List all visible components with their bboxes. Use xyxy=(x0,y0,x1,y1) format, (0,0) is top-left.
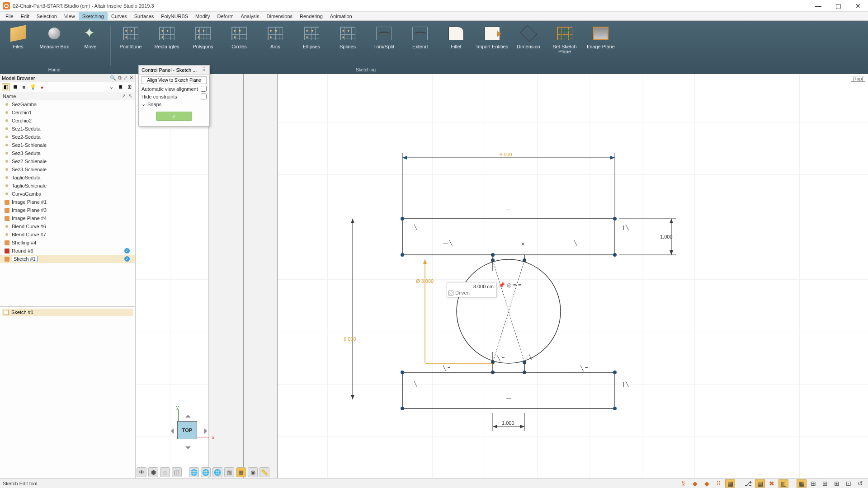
menu-animation[interactable]: Animation xyxy=(326,12,356,20)
tool-image-plane[interactable]: Image Plane xyxy=(583,23,619,54)
filter-layers-button[interactable]: ≣ xyxy=(11,83,19,91)
wireframe-icon[interactable]: ◫ xyxy=(172,467,182,477)
sphere-icon[interactable]: ◉ xyxy=(248,467,258,477)
dim-diameter[interactable]: Ø 3.000 xyxy=(416,259,493,363)
search-icon[interactable]: 🔍 xyxy=(110,75,116,81)
tool-rectangles[interactable]: Rectangles xyxy=(149,23,185,54)
sb-icon-4[interactable]: ⠿ xyxy=(713,479,723,488)
menu-sketching[interactable]: Sketching xyxy=(79,12,108,20)
dim-bottom[interactable]: 1.000 xyxy=(493,413,524,431)
maximize-button[interactable]: ▢ xyxy=(828,0,848,12)
menu-analysis[interactable]: Analysis xyxy=(237,12,263,20)
tool-arcs[interactable]: Arcs xyxy=(257,23,293,54)
navcube-right[interactable] xyxy=(204,428,210,434)
tool-set-sketch-plane[interactable]: Set Sketch Plane xyxy=(547,23,583,54)
globe3-icon[interactable]: 🌐 xyxy=(212,467,222,477)
menu-edit[interactable]: Edit xyxy=(17,12,33,20)
menu-selection[interactable]: Selection xyxy=(33,12,61,20)
pin-icon[interactable]: 📌 xyxy=(498,282,505,288)
sb-icon-15[interactable]: ↺ xyxy=(855,479,865,488)
tool-polygons[interactable]: Polygons xyxy=(185,23,221,54)
cube-icon[interactable]: ▧ xyxy=(224,467,234,477)
tree-item[interactable]: CurvaGamba xyxy=(0,190,135,198)
menu-deform[interactable]: Deform xyxy=(214,12,237,20)
tree-item[interactable]: Cerchio1 xyxy=(0,108,135,117)
home-icon[interactable]: ⌂ xyxy=(160,467,170,477)
expand-icon[interactable]: ⤢ xyxy=(123,75,127,81)
rect-bottom[interactable]: | ╲ | ╲ ╲ = — — ╲ = xyxy=(401,365,629,410)
tool-dimension[interactable]: Dimension xyxy=(510,23,547,54)
control-panel-title[interactable]: Control Panel - Sketch ... ⠿ xyxy=(139,66,209,75)
tool-point-line[interactable]: Point/Line xyxy=(113,23,149,54)
shaded-icon[interactable]: ⬢ xyxy=(148,467,158,477)
filter-material-button[interactable]: ● xyxy=(38,83,46,91)
list-view-button[interactable]: ≣ xyxy=(116,83,124,91)
tool-trim-split[interactable]: Trim/Split xyxy=(366,23,402,54)
menu-view[interactable]: View xyxy=(61,12,79,20)
tree-item[interactable]: Shelling #4 xyxy=(0,239,135,247)
sb-icon-7[interactable]: ▤ xyxy=(755,479,765,488)
navigation-cube[interactable]: y x TOP xyxy=(158,402,212,456)
close-panel-icon[interactable]: ✕ xyxy=(129,75,133,81)
navcube-left[interactable] xyxy=(168,428,174,434)
connectors[interactable]: ╲ = | ╲ xyxy=(491,253,533,374)
model-tree[interactable]: SezGambaCerchio1Cerchio2Sez1-SedutaSez2-… xyxy=(0,100,135,306)
tree-item[interactable]: Sketch #1✓ xyxy=(0,255,135,263)
auto-align-checkbox[interactable] xyxy=(201,86,207,92)
tree-item[interactable]: Image Plane #4 xyxy=(0,214,135,222)
tool-extend[interactable]: Extend xyxy=(402,23,438,54)
menu-modify[interactable]: Modify xyxy=(192,12,213,20)
menu-surfaces[interactable]: Surfaces xyxy=(131,12,157,20)
tree-item[interactable]: SezGamba xyxy=(0,100,135,108)
tree-item[interactable]: TaglioSchienale xyxy=(0,182,135,190)
dim-right-top[interactable]: 1.000 xyxy=(619,219,676,255)
sb-icon-12[interactable]: ⊞ xyxy=(820,479,830,488)
sort-icon[interactable]: ↗ xyxy=(122,93,126,99)
grid-toggle-icon[interactable]: ▦ xyxy=(236,467,246,477)
sb-icon-9[interactable]: ▥ xyxy=(778,479,788,488)
minimize-button[interactable]: — xyxy=(808,0,828,12)
tree-item[interactable]: Sez1-Seduta xyxy=(0,125,135,133)
sketch-control-panel[interactable]: Control Panel - Sketch ... ⠿ Align View … xyxy=(138,65,210,127)
equal-icon-2[interactable]: = xyxy=(518,282,521,288)
visible-check-icon[interactable]: ✓ xyxy=(124,248,130,253)
tree-item[interactable]: Sez3-Seduta xyxy=(0,149,135,157)
tree-item[interactable]: Blend Curve #6 xyxy=(0,222,135,230)
grid-view-button[interactable]: ⊞ xyxy=(125,83,133,91)
navcube-down[interactable] xyxy=(185,446,191,452)
tree-item[interactable]: Round #6✓ xyxy=(0,247,135,255)
tool-circles[interactable]: Circles xyxy=(221,23,257,54)
equal-icon-1[interactable]: = xyxy=(513,282,516,288)
sb-icon-1[interactable]: § xyxy=(678,479,688,488)
tool-ellipses[interactable]: Ellipses xyxy=(293,23,330,54)
menu-rendering[interactable]: Rendering xyxy=(296,12,326,20)
sb-icon-13[interactable]: ⊞ xyxy=(832,479,842,488)
rect-top[interactable]: | ╲ | ╲ — ╲ — ╲ xyxy=(401,206,629,257)
menu-dimensions[interactable]: Dimensions xyxy=(263,12,296,20)
tool-move[interactable]: Move xyxy=(72,23,108,49)
tool-fillet[interactable]: Fillet xyxy=(438,23,474,54)
circle[interactable]: ✕ ✕ xyxy=(457,241,561,364)
tree-item[interactable]: Blend Curve #7 xyxy=(0,230,135,239)
filter-visible-button[interactable]: ≡ xyxy=(20,83,28,91)
viewport[interactable]: [Top] 6.000 | ╲ | ╲ — ╲ — ╲ xyxy=(136,74,868,478)
tree-item[interactable]: Sez2-Seduta xyxy=(0,133,135,141)
sb-icon-3[interactable]: ◆ xyxy=(702,479,712,488)
filter-light-button[interactable]: 💡 xyxy=(29,83,37,91)
tree-item[interactable]: TaglioSeduta xyxy=(0,174,135,182)
menu-file[interactable]: File xyxy=(2,12,17,20)
snaps-expander-icon[interactable]: ⌄ xyxy=(142,101,146,107)
commit-sketch-button[interactable]: ✓ xyxy=(156,112,192,121)
sb-icon-10[interactable]: ▦ xyxy=(797,479,807,488)
cursor-icon[interactable]: ↖ xyxy=(128,93,132,99)
dimension-value-input[interactable]: 3.000 cm xyxy=(448,284,495,289)
tree-item[interactable]: Sez2-Schienale xyxy=(0,157,135,165)
tree-item[interactable]: Image Plane #1 xyxy=(0,198,135,206)
link-icon[interactable]: ⧉ xyxy=(118,75,122,81)
navcube-face[interactable]: TOP xyxy=(177,421,197,439)
tool-splines[interactable]: Splines xyxy=(330,23,366,54)
sb-icon-11[interactable]: ⊞ xyxy=(808,479,818,488)
align-view-button[interactable]: Align View to Sketch Plane xyxy=(142,76,207,84)
visible-check-icon[interactable]: ✓ xyxy=(124,256,130,262)
tool-measure-box[interactable]: Measure Box xyxy=(36,23,72,49)
